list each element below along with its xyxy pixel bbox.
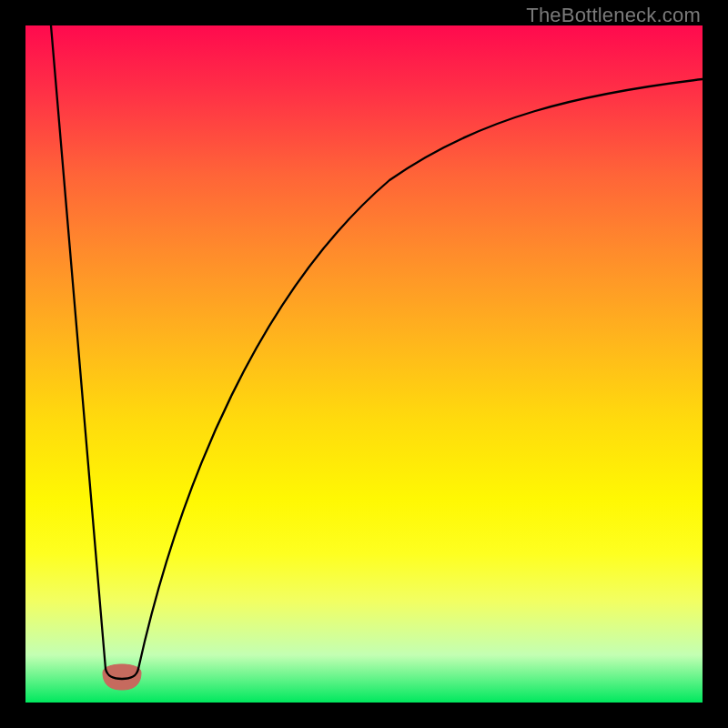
valley-bulge (103, 664, 141, 690)
right-branch (138, 79, 703, 669)
left-branch (51, 25, 106, 669)
plot-area (25, 25, 703, 703)
chart-frame: TheBottleneck.com (0, 0, 728, 728)
curve-layer (25, 25, 703, 703)
watermark-text: TheBottleneck.com (526, 4, 701, 27)
